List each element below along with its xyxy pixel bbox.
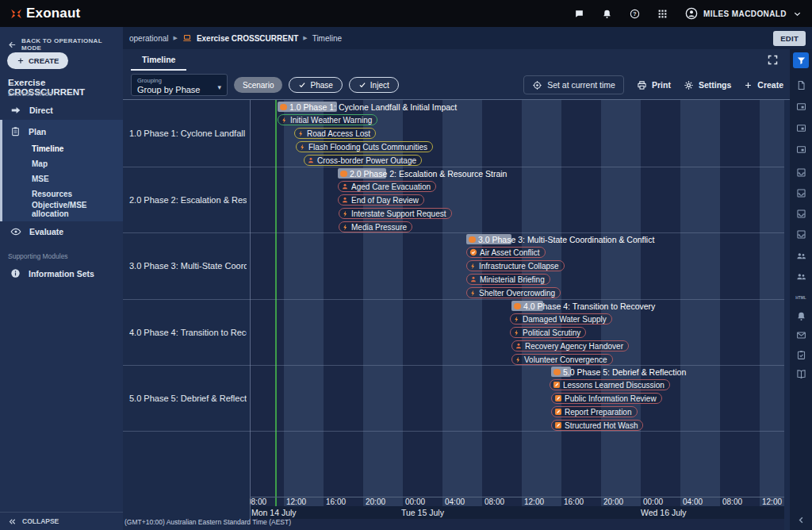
inject-pill[interactable]: Infrastructure Collapse bbox=[466, 260, 565, 271]
sidebar-item-information-sets[interactable]: Information Sets bbox=[0, 263, 123, 283]
inject-pill[interactable]: Volunteer Convergence bbox=[511, 354, 613, 365]
logo[interactable]: Exonaut bbox=[10, 6, 80, 21]
edit-square-icon bbox=[554, 421, 562, 429]
rail-users-button[interactable] bbox=[793, 248, 809, 263]
apps-grid-icon[interactable] bbox=[657, 9, 668, 19]
rail-users-button[interactable] bbox=[793, 268, 809, 284]
rail-funnel-button[interactable] bbox=[793, 52, 809, 68]
sidebar-item-timeline[interactable]: Timeline bbox=[0, 141, 123, 156]
breadcrumb-exercise[interactable]: Exercise CROSSCURRENT bbox=[197, 34, 298, 43]
rail-tray-button[interactable] bbox=[793, 164, 809, 180]
set-current-time-button[interactable]: Set at current time bbox=[523, 75, 624, 94]
inject-label: Report Preparation bbox=[565, 408, 632, 417]
chip-inject[interactable]: Inject bbox=[349, 77, 399, 93]
settings-button[interactable]: Settings bbox=[684, 80, 731, 90]
sidebar-item-mse[interactable]: MSE bbox=[0, 171, 123, 186]
bolt-icon bbox=[297, 129, 304, 138]
inject-label: Lessons Learned Discussion bbox=[563, 381, 665, 390]
inject-pill[interactable]: Road Access Lost bbox=[294, 128, 376, 139]
inject-pill[interactable]: Recovery Agency Handover bbox=[511, 340, 629, 351]
check-icon bbox=[358, 81, 366, 89]
bolt-icon bbox=[342, 209, 349, 218]
inject-pill[interactable]: Damaged Water Supply bbox=[510, 313, 612, 325]
chip-label: Scenario bbox=[243, 81, 274, 90]
inject-pill[interactable]: Shelter Overcrowding bbox=[466, 287, 561, 298]
inject-pill[interactable]: Report Preparation bbox=[551, 406, 638, 417]
fullscreen-icon[interactable] bbox=[767, 54, 779, 66]
axis-date-label: Tue 15 July bbox=[401, 508, 444, 517]
rail-tray-button[interactable] bbox=[793, 205, 809, 221]
logo-text: Exonaut bbox=[26, 6, 80, 21]
rail-mail-button[interactable] bbox=[793, 327, 809, 343]
inject-pill[interactable]: Ministerial Briefing bbox=[466, 274, 550, 285]
sidebar-item-resources[interactable]: Resources bbox=[0, 186, 123, 202]
chat-icon[interactable] bbox=[574, 9, 584, 19]
help-icon[interactable]: ? bbox=[630, 9, 640, 19]
rail-clipboard-check-button[interactable] bbox=[793, 347, 809, 363]
inject-label: Media Pressure bbox=[351, 223, 407, 232]
inject-pill[interactable]: Air Asset Conflict bbox=[466, 247, 546, 258]
rail-html-button[interactable]: HTML bbox=[793, 289, 809, 305]
phase-icon bbox=[469, 236, 476, 243]
axis-date-label: Mon 14 July bbox=[251, 508, 297, 517]
rail-card-button[interactable] bbox=[793, 141, 809, 157]
sidebar-collapse-button[interactable]: COLLAPSE bbox=[0, 512, 123, 530]
sidebar-item-map[interactable]: Map bbox=[0, 156, 123, 171]
rail-bell-button[interactable] bbox=[793, 308, 809, 324]
inject-pill[interactable]: Media Pressure bbox=[339, 221, 412, 232]
inject-pill[interactable]: Initial Weather Warning bbox=[278, 114, 377, 125]
collapse-label: COLLAPSE bbox=[22, 517, 59, 525]
chip-scenario[interactable]: Scenario bbox=[234, 77, 282, 93]
sidebar-item-direct[interactable]: Direct bbox=[0, 100, 123, 120]
inject-pill[interactable]: Interstate Support Request bbox=[339, 208, 452, 219]
chip-phase[interactable]: Phase bbox=[289, 77, 342, 93]
breadcrumb-operational[interactable]: operational bbox=[129, 34, 168, 43]
inject-pill[interactable]: End of Day Review bbox=[338, 194, 424, 205]
edit-button[interactable]: EDIT bbox=[773, 31, 806, 46]
sidebar-item-objective-mse-allocation[interactable]: Objective/MSE allocation bbox=[0, 202, 123, 217]
grid-band bbox=[442, 100, 482, 506]
user-name: MILES MACDONALD bbox=[703, 10, 787, 18]
gear-icon bbox=[684, 80, 694, 90]
edit-square-icon bbox=[554, 408, 562, 416]
inject-pill[interactable]: Lessons Learned Discussion bbox=[550, 379, 670, 390]
notifications-bell-icon[interactable] bbox=[602, 9, 612, 19]
tab-timeline[interactable]: Timeline bbox=[131, 49, 186, 71]
rail-card-button[interactable] bbox=[793, 120, 809, 136]
sidebar-item-evaluate[interactable]: Evaluate bbox=[0, 221, 123, 241]
print-button[interactable]: Print bbox=[637, 80, 671, 90]
user-menu[interactable]: MILES MACDONALD bbox=[685, 7, 802, 20]
sidebar-section-plan: PlanTimelineMapMSEResourcesObjective/MSE… bbox=[0, 120, 123, 221]
create-inject-button[interactable]: Create bbox=[744, 80, 783, 90]
breadcrumb-timeline: Timeline bbox=[312, 34, 342, 43]
eye-icon bbox=[10, 226, 21, 237]
rail-tray-button[interactable] bbox=[793, 226, 809, 242]
inject-pill[interactable]: Structured Hot Wash bbox=[551, 420, 643, 431]
exonaut-logo-icon bbox=[10, 7, 23, 21]
create-button[interactable]: CREATE bbox=[7, 52, 68, 69]
rail-collapse-button[interactable] bbox=[793, 512, 809, 528]
inject-label: Infrastructure Collapse bbox=[479, 262, 559, 271]
inject-pill[interactable]: Aged Care Evacuation bbox=[338, 181, 436, 192]
rail-page-button[interactable] bbox=[793, 77, 809, 93]
axis-tick-label: 20:00 bbox=[603, 497, 623, 506]
phase-icon bbox=[340, 171, 347, 177]
sidebar: BACK TO OPERATIONAL MODE CREATE Exercise… bbox=[0, 27, 123, 530]
phase-icon bbox=[514, 303, 521, 309]
timeline-canvas[interactable]: 08:0012:0016:0020:0000:0004:0008:0012:00… bbox=[250, 100, 784, 530]
rail-card-button[interactable] bbox=[793, 98, 809, 114]
inject-pill[interactable]: Flash Flooding Cuts Communities bbox=[296, 141, 433, 152]
inject-pill[interactable]: Public Information Review bbox=[551, 393, 662, 404]
phase-row-label: 2.0 Phase 2: Escalation & Resource S... bbox=[129, 195, 247, 205]
grouping-select[interactable]: Grouping Group by Phase ▾ bbox=[131, 74, 228, 96]
axis-line bbox=[250, 497, 784, 497]
chip-label: Phase bbox=[310, 81, 332, 90]
chevron-down-icon bbox=[792, 9, 802, 19]
rail-book-button[interactable] bbox=[793, 366, 809, 382]
inject-pill[interactable]: Political Scrutiny bbox=[510, 327, 586, 338]
inject-pill[interactable]: Cross-border Power Outage bbox=[304, 155, 422, 166]
sidebar-item-plan[interactable]: Plan bbox=[0, 121, 123, 141]
rail-tray-button[interactable] bbox=[793, 185, 809, 201]
sidebar-item-label: Information Sets bbox=[29, 269, 94, 278]
back-to-operational-link[interactable]: BACK TO OPERATIONAL MODE bbox=[8, 37, 123, 52]
